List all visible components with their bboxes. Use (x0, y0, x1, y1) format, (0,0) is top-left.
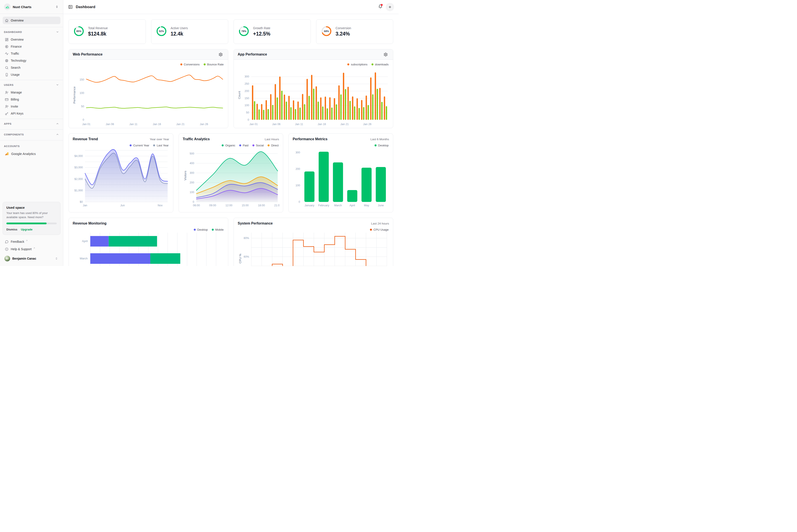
legend-item-current-year[interactable]: Current Year (130, 144, 149, 147)
svg-text:Jan 11: Jan 11 (295, 123, 303, 126)
card-title: Web Performance (73, 53, 103, 56)
legend-dot (204, 63, 206, 65)
svg-text:100: 100 (189, 191, 194, 194)
legend-item-direct[interactable]: Direct (268, 144, 278, 147)
web-performance-chart: 050100150PerformanceJan 01Jan 06Jan 11Ja… (72, 61, 225, 127)
stat-donut: 92% (156, 26, 167, 37)
add-button[interactable] (386, 3, 394, 11)
sidebar-item-help-support[interactable]: Help & Support (3, 245, 60, 253)
svg-text:15:00: 15:00 (242, 204, 249, 207)
svg-text:Jun: Jun (121, 204, 125, 207)
sidebar-item-label: Overview (11, 19, 23, 22)
legend-item-last-year[interactable]: Last Year (153, 144, 168, 147)
card-title: Traffic Analytics (183, 137, 210, 141)
sidebar-item-usage[interactable]: Usage (3, 71, 60, 78)
stat-donut: 85% (74, 26, 84, 37)
svg-text:100: 100 (244, 104, 249, 107)
legend-item-bounce-rate[interactable]: Bounce Rate (204, 63, 224, 66)
legend-item-cpu-usage[interactable]: CPU Usage (370, 228, 388, 231)
svg-text:80%: 80% (243, 236, 249, 240)
legend-dot (239, 145, 241, 146)
svg-text:Jan 11: Jan 11 (129, 123, 138, 126)
chevron-down-icon (56, 30, 59, 34)
legend-item-social[interactable]: Social (252, 144, 264, 147)
collapse-sidebar-icon[interactable] (68, 4, 73, 10)
legend-item-desktop[interactable]: Desktop (375, 144, 388, 147)
legend-item-desktop[interactable]: Desktop (194, 228, 208, 231)
section-header-components[interactable]: COMPONENTS (4, 132, 59, 137)
dismiss-button[interactable]: Dismiss (6, 228, 17, 231)
workspace-name: Nuxt Charts (13, 5, 53, 9)
legend-dot (194, 229, 196, 231)
home-icon (5, 19, 8, 22)
sidebar-item-billing[interactable]: Billing (3, 96, 60, 103)
stat-label: Active Users (171, 26, 188, 30)
performance-metrics-chart: 0100200300JanuaryFebruaryMarchAprilMayJu… (293, 148, 389, 208)
workspace-switcher[interactable]: Nuxt Charts (3, 0, 60, 14)
sidebar-footer: Feedback Help & Support (3, 238, 60, 253)
svg-text:March: March (334, 204, 342, 207)
svg-text:06:00: 06:00 (193, 204, 200, 207)
gear-icon[interactable] (382, 52, 389, 57)
sidebar-item-search[interactable]: Search (3, 64, 60, 71)
legend-dot (130, 145, 132, 146)
svg-text:$2,000: $2,000 (74, 177, 83, 180)
legend-item-organic[interactable]: Organic (222, 144, 235, 147)
sidebar-item-overview[interactable]: Overview (3, 36, 60, 43)
chart-legend: Conversions Bounce Rate (180, 63, 224, 66)
chevrons-up-down-icon (54, 256, 59, 261)
sidebar-item-traffic[interactable]: Traffic (3, 50, 60, 57)
chart-legend: Desktop (293, 144, 388, 147)
info-icon (5, 247, 8, 251)
card-subtitle: Last 24 hours (371, 222, 389, 225)
card-title: Revenue Trend (73, 137, 98, 141)
svg-text:March: March (80, 257, 88, 260)
sidebar-item-feedback[interactable]: Feedback (3, 238, 60, 245)
sidebar-item-invite[interactable]: Invite (3, 103, 60, 110)
message-icon (5, 240, 8, 244)
stat-label: Conversion (336, 26, 351, 30)
used-space-progressbar (6, 223, 57, 224)
notifications-bell-icon[interactable] (378, 4, 383, 10)
chevrons-up-down-icon[interactable] (55, 5, 59, 9)
stat-value: +12.5% (253, 31, 270, 37)
legend-item-downloads[interactable]: downloads (372, 63, 388, 66)
section-header-dashboard[interactable]: DASHBOARD (4, 30, 59, 35)
legend-item-mobile[interactable]: Mobile (212, 228, 224, 231)
section-header-apps[interactable]: APPS (4, 121, 59, 127)
chevron-down-icon (56, 83, 59, 87)
sidebar-item-technology[interactable]: Technology (3, 57, 60, 64)
svg-text:0: 0 (248, 118, 249, 121)
legend-dot (375, 145, 377, 146)
svg-text:85%: 85% (76, 30, 81, 33)
stat-label: Growth Rate (253, 26, 270, 30)
sidebar-item-overview-top[interactable]: Overview (3, 17, 60, 24)
app-performance-card: App Performance subscriptions downloads … (234, 49, 393, 128)
svg-text:Nov: Nov (158, 204, 163, 207)
sidebar-item-google-analytics[interactable]: Google Analytics (3, 150, 60, 157)
svg-text:CPU %: CPU % (239, 254, 242, 263)
upgrade-button[interactable]: Upgrade (21, 228, 33, 231)
svg-text:$0: $0 (80, 201, 83, 204)
divider (0, 119, 63, 119)
sidebar-item-api-keys[interactable]: API Keys (3, 110, 60, 117)
svg-text:Jan 16: Jan 16 (318, 123, 326, 126)
svg-text:92%: 92% (159, 30, 164, 33)
svg-text:June: June (378, 204, 384, 207)
section-header-users[interactable]: USERS (4, 82, 59, 88)
legend-dot (252, 145, 254, 146)
sidebar-item-manage[interactable]: Manage (3, 89, 60, 96)
card-title: System Performance (238, 222, 273, 225)
svg-text:Count: Count (238, 91, 241, 99)
legend-item-subscriptions[interactable]: subscriptions (347, 63, 367, 66)
stat-value: 12.4k (171, 31, 188, 37)
sidebar-item-finance[interactable]: Finance (3, 43, 60, 50)
legend-dot (180, 63, 182, 65)
euro-icon (5, 45, 8, 49)
legend-item-conversions[interactable]: Conversions (180, 63, 200, 66)
legend-item-paid[interactable]: Paid (239, 144, 249, 147)
svg-text:Jan 16: Jan 16 (153, 123, 161, 126)
user-menu[interactable]: BC Benjamin Canac (3, 254, 60, 263)
avatar: BC (4, 256, 10, 261)
gear-icon[interactable] (217, 52, 224, 57)
